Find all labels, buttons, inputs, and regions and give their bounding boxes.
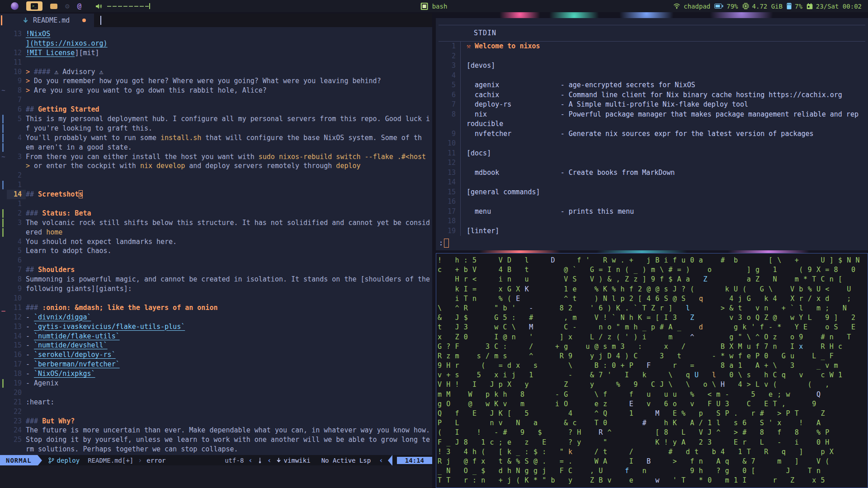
markdown-link[interactable]: `gytis-ivaskevicius/flake-utils-plus` xyxy=(34,323,185,331)
network-module[interactable]: chadpad xyxy=(673,3,710,10)
markdown-link[interactable]: `berberman/nvfetcher` xyxy=(34,360,120,368)
text-segment: mdbook - Create books from MarkDown xyxy=(467,169,675,177)
editor-line: 10 xyxy=(0,294,432,303)
line-number: 5 xyxy=(7,246,26,256)
volume-slider[interactable] xyxy=(107,3,152,9)
line-number: 6 xyxy=(7,256,26,265)
cpu-percent: 7% xyxy=(795,3,802,10)
editor-line: 9following giants][giants]: xyxy=(0,284,432,294)
gutter-sign xyxy=(0,398,7,407)
window-icon xyxy=(421,3,428,10)
volume-slider-track xyxy=(107,6,149,7)
markdown-link[interactable]: `NixOS/nixpkgs` xyxy=(34,370,95,378)
tab-readme[interactable]: README.md xyxy=(0,14,94,27)
pager-line-text: deploy-rs - A Simple multi-profile Nix-f… xyxy=(461,100,748,110)
gutter-sign-green xyxy=(0,218,7,228)
statusline-filename: README.md[+] xyxy=(88,457,133,464)
pager-line-number: 11 xyxy=(436,149,460,159)
text-segment: or enter the cockpit with xyxy=(30,162,140,170)
line-text: !NixOS xyxy=(26,29,50,39)
chat-icon[interactable] xyxy=(50,4,57,9)
pager-line: 7 deploy-rs - A Simple multi-profile Nix… xyxy=(436,100,868,110)
gutter-sign xyxy=(0,332,7,341)
noise-terminal-window[interactable]: ! h : 5 V D l D f ' R w . + j B i f u 0 … xyxy=(436,253,868,488)
text-segment: roducible xyxy=(467,120,503,128)
noise-row: H r < i n u V S V ) & , Z z ] 9 f $ A a … xyxy=(438,275,866,284)
angle-separator-icon: ‹ xyxy=(248,456,253,465)
editor-line: rm solutions. Perhaps together we can st… xyxy=(0,445,432,454)
text-segment: > xyxy=(26,77,34,85)
pager-line: 2 xyxy=(436,52,868,61)
markdown-link[interactable]: `serokell/deploy-rs` xyxy=(34,351,116,359)
text-segment: :heart: xyxy=(26,398,54,406)
pager-window[interactable]: STDIN 1⚒ Welcome to nixos23[devos]45 age… xyxy=(436,18,868,250)
markdown-link[interactable]: `numtide/devshell` xyxy=(34,341,108,349)
markdown-link[interactable]: `numtide/flake-utils` xyxy=(34,332,120,340)
pager-line-text: nvfetcher - Generate nix sources expr fo… xyxy=(461,129,814,139)
editor-line: 6 xyxy=(0,256,432,265)
cpu-module[interactable]: 7% xyxy=(787,3,802,10)
pager-line-number: 18 xyxy=(436,216,460,226)
cursor-position: 14:14 xyxy=(397,457,432,464)
text-segment: Stop doing it by yourself, unless we lea… xyxy=(26,436,430,444)
noise-row: ! h : 5 V D l D f ' R w . + j B i f u 0 … xyxy=(438,256,866,265)
pager-line: 3[devos] xyxy=(436,61,868,71)
memory-module[interactable]: 4.72 GiB xyxy=(742,3,783,10)
volume-slider-handle[interactable] xyxy=(149,3,150,9)
line-text: ### :onion: &mdash; like the layers of a… xyxy=(26,303,217,313)
gutter-sign xyxy=(0,58,7,67)
line-number: 12 xyxy=(7,48,26,58)
pager-line-text xyxy=(461,197,467,207)
gutter-sign-del: _ xyxy=(0,303,7,313)
line-text: ](https://nixos.org) xyxy=(26,39,108,48)
noise-row: ( I ! - # 9 $ ? H R ^ [ 8 L V J ^ > # 8 … xyxy=(438,428,866,437)
topbar-window-title: bash xyxy=(421,3,448,10)
vim-statusline: NORMAL deploy README.md[+] › error utf-8… xyxy=(0,455,432,465)
at-icon[interactable]: @ xyxy=(77,2,82,10)
editor-buffer[interactable]: 13!NixOS](https://nixos.org)12!MIT Licen… xyxy=(0,27,432,455)
markdown-link[interactable]: !NixOS xyxy=(26,30,50,38)
wifi-icon xyxy=(673,3,680,9)
pager-prompt[interactable]: : xyxy=(436,238,868,248)
markdown-link[interactable]: !MIT License xyxy=(26,49,75,57)
line-number: 2 xyxy=(7,171,26,180)
workspace-terminal-active[interactable]: >_ xyxy=(26,1,42,11)
speaker-icon[interactable] xyxy=(95,3,103,9)
editor-line: 13- `gytis-ivaskevicius/flake-utils-plus… xyxy=(0,322,432,332)
line-text: - `berberman/nvfetcher` xyxy=(26,360,120,369)
pager-line: 1⚒ Welcome to nixos xyxy=(436,42,868,52)
pager-line: 16 xyxy=(436,197,868,207)
line-number: 8 xyxy=(7,86,26,95)
line-number: 10 xyxy=(7,67,26,77)
noise-row: R z m s / m s ^ R 9 y j D 4 ) C 3 t - * … xyxy=(438,352,866,361)
line-number: 7 xyxy=(7,265,26,275)
clock-module[interactable]: 23/Sat 00:02 xyxy=(807,3,862,10)
vim-cmdline[interactable] xyxy=(0,465,432,488)
terminal-icon: >_ xyxy=(31,3,38,9)
line-number: 9 xyxy=(7,284,26,294)
text-segment: From there you can either install the ho… xyxy=(26,153,259,161)
vim-tabline: README.md xyxy=(0,14,432,27)
gutter-sign xyxy=(0,256,7,265)
vim-editor-window[interactable]: README.md 13!NixOS](https://nixos.org)12… xyxy=(0,14,432,488)
battery-module[interactable]: 79% xyxy=(714,3,738,10)
firefox-icon[interactable] xyxy=(11,2,19,10)
pager-line-text xyxy=(461,178,467,188)
text-segment: nix - Powerful package manager that make… xyxy=(467,110,859,118)
pager-line: 13 mdbook - Create books from MarkDown xyxy=(436,168,868,178)
editor-line: 5Learn to adopt Chaos. xyxy=(0,246,432,256)
memory-used: 4.72 GiB xyxy=(752,3,783,10)
gutter-sign xyxy=(0,275,7,284)
tab-filename: README.md xyxy=(33,16,70,24)
markdown-link[interactable]: `divnix/digga` xyxy=(34,313,91,321)
markdown-link[interactable]: ](https://nixos.org) xyxy=(26,39,108,47)
text-segment: > xyxy=(26,162,30,170)
text-segment: [linter] xyxy=(467,227,499,235)
gear-icon[interactable]: ⚙ xyxy=(65,3,70,10)
battery-percent: 79% xyxy=(726,3,738,10)
pager-line-number: 10 xyxy=(436,139,460,149)
topbar-right-modules: chadpad 79% 4.72 GiB 7% xyxy=(673,3,868,10)
line-number: 4 xyxy=(7,237,26,247)
mode-indicator: NORMAL xyxy=(0,455,38,465)
editor-line: 4You'll probably want to run some instal… xyxy=(0,133,432,143)
